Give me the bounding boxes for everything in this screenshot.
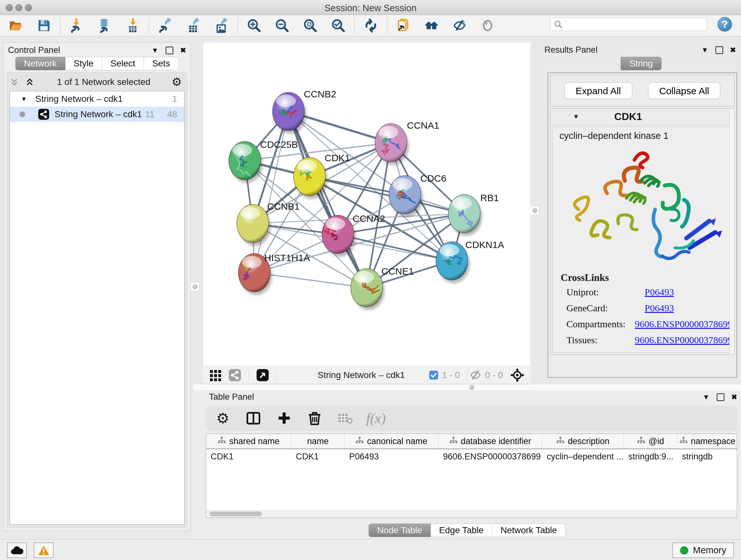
grid-view-icon[interactable]	[208, 367, 224, 383]
tab-edge-table[interactable]: Edge Table	[431, 523, 492, 537]
collapse-all-icon[interactable]	[10, 77, 20, 87]
table-cell[interactable]: P06493	[345, 449, 439, 464]
table-toolbar: ⚙ ✚ f(x)	[206, 406, 737, 431]
column-header-canonical-name[interactable]: canonical name	[345, 434, 439, 449]
table-cell[interactable]: cyclin–dependent ...	[542, 449, 624, 464]
hide-selected-icon[interactable]	[452, 18, 467, 33]
network-view-icon[interactable]	[227, 367, 243, 383]
tab-style[interactable]: Style	[65, 57, 102, 70]
zoom-fit-icon[interactable]	[302, 18, 318, 33]
table-cell[interactable]: CDK1	[291, 449, 345, 464]
open-session-icon[interactable]	[8, 18, 23, 33]
tab-string[interactable]: String	[621, 57, 661, 70]
node-CCNE1[interactable]	[351, 268, 385, 310]
network-row[interactable]: String Network – cdk1 11 48	[10, 107, 184, 122]
node-RB1[interactable]	[448, 194, 482, 236]
node-CDKN1A[interactable]	[436, 242, 470, 283]
left-splitter-handle[interactable]	[191, 282, 199, 291]
network-from-selection-icon[interactable]	[396, 18, 411, 33]
collapse-arrow-icon[interactable]: ▼	[573, 113, 579, 120]
show-columns-icon[interactable]	[246, 410, 261, 426]
delete-table-icon[interactable]	[337, 410, 353, 426]
hidden-eye-icon[interactable]	[469, 369, 482, 381]
result-entry-header[interactable]: ▼ CDK1	[550, 109, 734, 125]
panel-close-icon[interactable]: ✖	[731, 394, 737, 401]
save-session-icon[interactable]	[37, 18, 52, 33]
zoom-out-icon[interactable]	[274, 18, 290, 33]
column-header-shared-name[interactable]: shared name	[206, 434, 291, 449]
network-collection-row[interactable]: ▼ String Network – cdk1 1	[10, 91, 184, 107]
apply-layout-icon[interactable]	[363, 18, 379, 33]
node-CDK1[interactable]	[293, 158, 327, 199]
memory-button[interactable]: Memory	[672, 543, 734, 558]
edge-CCNB2-HIST1H1A[interactable]	[254, 111, 288, 273]
table-cell[interactable]: stringdb:9...	[624, 449, 677, 464]
birdseye-nav-icon[interactable]	[509, 367, 525, 383]
node-CCNB2[interactable]	[273, 92, 307, 134]
right-splitter-handle[interactable]	[530, 206, 539, 215]
node-CDC25B[interactable]	[229, 141, 263, 183]
tab-network[interactable]: Network	[15, 57, 65, 70]
expand-all-button[interactable]: Expand All	[564, 82, 632, 99]
panel-menu-icon[interactable]: ▼	[703, 394, 710, 401]
gear-icon[interactable]: ⚙	[172, 75, 182, 89]
node-CCNA2[interactable]	[322, 215, 356, 257]
node-CCNB1[interactable]	[237, 204, 271, 246]
search-input[interactable]	[562, 19, 707, 30]
graphics-details-icon[interactable]	[480, 18, 495, 33]
collapse-all-button[interactable]: Collapse All	[648, 82, 721, 99]
crosslink-link[interactable]: 9606.ENSP00000378699	[635, 334, 732, 346]
export-table-icon[interactable]	[186, 18, 201, 33]
crosslink-link[interactable]: P06493	[645, 303, 674, 314]
selected-checkbox-icon[interactable]	[428, 370, 439, 380]
network-canvas[interactable]: CCNB2CCNA1CDC25BCDK1CDC6RB1CCNB1CCNA2CDK…	[203, 43, 530, 366]
tab-node-table[interactable]: Node Table	[368, 523, 431, 537]
detach-view-icon[interactable]	[255, 367, 271, 383]
import-database-icon[interactable]	[97, 18, 112, 33]
crosslink-link[interactable]: P06493	[645, 351, 674, 353]
panel-menu-icon[interactable]: ▼	[701, 47, 709, 54]
zoom-selected-icon[interactable]	[331, 18, 346, 33]
cloud-icon[interactable]	[7, 543, 27, 558]
export-image-icon[interactable]	[214, 18, 229, 33]
table-settings-gear-icon[interactable]: ⚙	[215, 410, 231, 426]
panel-menu-icon[interactable]: ▼	[151, 47, 158, 54]
table-cell[interactable]: 9606.ENSP00000378699	[439, 449, 542, 464]
collapse-arrow-icon[interactable]: ▼	[21, 96, 27, 103]
table-horizontal-scrollbar[interactable]	[206, 510, 737, 517]
add-column-icon[interactable]: ✚	[276, 410, 292, 426]
panel-float-icon[interactable]	[717, 393, 724, 401]
crosslink-link[interactable]: 9606.ENSP00000378699	[635, 319, 732, 329]
crosslink-link[interactable]: P06493	[645, 287, 674, 298]
panel-close-icon[interactable]: ✖	[180, 47, 186, 54]
panel-float-icon[interactable]	[716, 46, 723, 54]
table-cell[interactable]: stringdb	[677, 449, 737, 464]
houses-icon[interactable]	[424, 18, 439, 33]
panel-float-icon[interactable]	[165, 47, 173, 54]
search-field[interactable]	[550, 17, 707, 31]
function-builder-icon[interactable]: f(x)	[368, 410, 384, 426]
column-header--id[interactable]: @id	[624, 434, 677, 449]
import-network-icon[interactable]	[69, 18, 84, 33]
panel-close-icon[interactable]: ✖	[730, 47, 736, 54]
results-scrollbar[interactable]	[730, 109, 734, 354]
tab-sets[interactable]: Sets	[144, 57, 179, 70]
window-title: Session: New Session	[0, 3, 741, 13]
column-header-name[interactable]: name	[291, 434, 345, 449]
node-CDC6[interactable]	[389, 176, 423, 217]
column-header-namespace[interactable]: namespace	[677, 434, 737, 449]
column-header-database-identifier[interactable]: database identifier	[439, 434, 542, 449]
tab-network-table[interactable]: Network Table	[492, 523, 565, 537]
table-cell[interactable]: CDK1	[206, 449, 291, 464]
zoom-in-icon[interactable]	[246, 18, 262, 33]
tab-select[interactable]: Select	[102, 57, 144, 70]
table-row[interactable]: CDK1CDK1P064939606.ENSP00000378699cyclin…	[206, 449, 737, 464]
delete-column-icon[interactable]	[307, 410, 323, 426]
expand-all-icon[interactable]	[25, 77, 36, 87]
import-table-icon[interactable]	[125, 18, 140, 33]
help-icon[interactable]: ?	[718, 17, 732, 32]
node-CCNA1[interactable]	[375, 124, 409, 165]
column-header-description[interactable]: description	[542, 434, 624, 449]
warning-icon[interactable]	[34, 543, 54, 558]
export-network-icon[interactable]	[158, 18, 173, 33]
